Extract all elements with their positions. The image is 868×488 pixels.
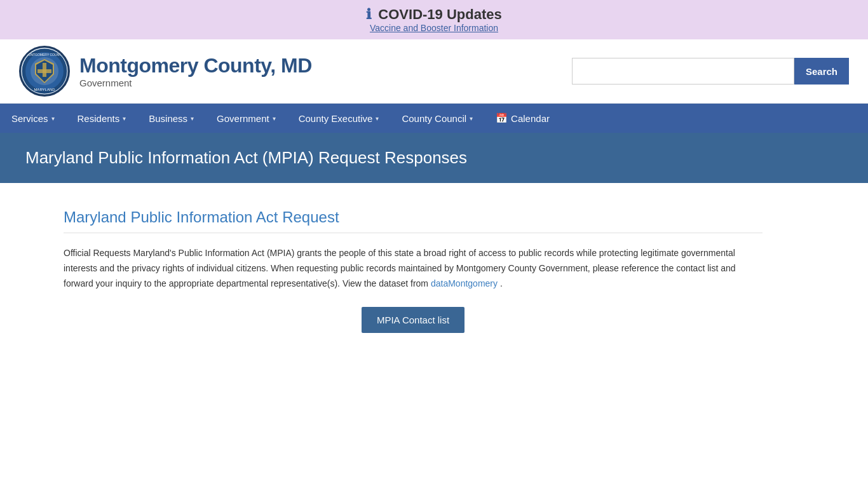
header-branding: MARYLAND MONTGOMERY COUNTY Montgomery Co…	[19, 46, 312, 97]
chevron-down-icon: ▾	[123, 115, 126, 122]
mpia-button-container: MPIA Contact list	[64, 307, 763, 333]
data-montgomery-link[interactable]: dataMontgomery	[431, 278, 498, 288]
search-button[interactable]: Search	[794, 58, 849, 85]
header-search: Search	[572, 58, 849, 85]
nav-item-business[interactable]: Business ▾	[137, 104, 205, 133]
nav-item-residents[interactable]: Residents ▾	[66, 104, 138, 133]
chevron-down-icon: ▾	[273, 115, 276, 122]
svg-text:MARYLAND: MARYLAND	[34, 88, 55, 92]
svg-rect-6	[37, 69, 51, 73]
nav-item-county-executive[interactable]: County Executive ▾	[287, 104, 391, 133]
site-title-block: Montgomery County, MD Government	[79, 54, 312, 88]
info-icon: ℹ	[366, 6, 371, 22]
site-name: Montgomery County, MD	[79, 54, 312, 78]
nav-item-calendar[interactable]: 📅 Calendar	[484, 104, 561, 133]
site-header: MARYLAND MONTGOMERY COUNTY Montgomery Co…	[0, 39, 868, 104]
chevron-down-icon: ▾	[191, 115, 194, 122]
content-body-text: Official Requests Maryland's Public Info…	[64, 246, 763, 291]
page-banner: Maryland Public Information Act (MPIA) R…	[0, 133, 868, 183]
mpia-contact-button[interactable]: MPIA Contact list	[362, 307, 465, 333]
nav-item-services[interactable]: Services ▾	[0, 104, 66, 133]
covid-subtitle-link[interactable]: Vaccine and Booster Information	[13, 23, 855, 33]
nav-item-government[interactable]: Government ▾	[205, 104, 287, 133]
main-content: Maryland Public Information Act Request …	[0, 183, 826, 371]
search-form: Search	[572, 58, 849, 85]
covid-title: ℹ COVID-19 Updates	[13, 6, 855, 23]
covid-banner: ℹ COVID-19 Updates Vaccine and Booster I…	[0, 0, 868, 39]
page-title: Maryland Public Information Act (MPIA) R…	[25, 148, 843, 168]
chevron-down-icon: ▾	[376, 115, 379, 122]
chevron-down-icon: ▾	[470, 115, 473, 122]
svg-text:MONTGOMERY COUNTY: MONTGOMERY COUNTY	[25, 53, 64, 57]
site-subtitle: Government	[79, 78, 312, 88]
calendar-icon: 📅	[496, 112, 508, 124]
nav-item-county-council[interactable]: County Council ▾	[390, 104, 484, 133]
county-seal: MARYLAND MONTGOMERY COUNTY	[19, 46, 70, 97]
main-nav: Services ▾ Residents ▾ Business ▾ Govern…	[0, 104, 868, 133]
search-input[interactable]	[572, 58, 794, 85]
content-heading: Maryland Public Information Act Request	[64, 208, 763, 233]
chevron-down-icon: ▾	[51, 115, 55, 122]
